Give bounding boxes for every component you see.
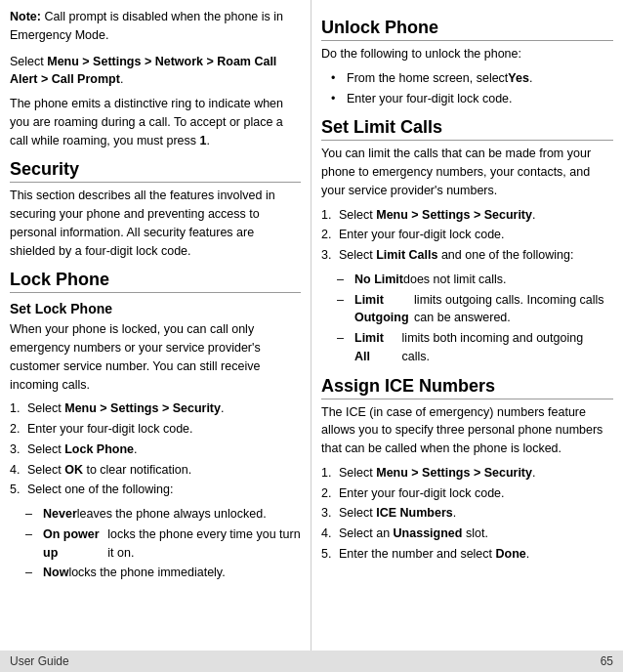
unlock-bullets: From the home screen, select Yes. Enter …: [321, 69, 613, 108]
list-item: Now locks the phone immediately.: [25, 564, 301, 582]
list-item: On power up locks the phone every time y…: [25, 525, 301, 563]
list-item: 3. Select Limit Calls and one of the fol…: [321, 246, 613, 265]
right-column: Unlock Phone Do the following to unlock …: [312, 0, 623, 672]
list-item: 4. Select an Unassigned slot.: [321, 525, 613, 543]
footer-bar: User Guide 65: [0, 651, 623, 672]
list-item: 2. Enter your four-digit lock code.: [10, 420, 301, 439]
ring-key: 1: [200, 134, 207, 147]
done-label: Done: [496, 547, 526, 561]
unlock-phone-heading: Unlock Phone: [321, 18, 613, 41]
security-heading: Security: [10, 159, 301, 183]
page-container: Note: Call prompt is disabled when the p…: [0, 0, 623, 672]
list-item: 4. Select OK to clear notification.: [10, 461, 301, 480]
list-item: No Limit does not limit calls.: [337, 271, 613, 289]
list-item: 5. Enter the number and select Done.: [321, 545, 613, 564]
list-item: Enter your four-digit lock code.: [331, 90, 613, 108]
no-limit-option: No Limit: [354, 271, 403, 289]
menu-security-path-2: Menu > Settings > Security: [376, 208, 532, 222]
unassigned-label: Unassigned: [394, 526, 463, 540]
ice-steps: 1. Select Menu > Settings > Security. 2.…: [321, 464, 613, 564]
set-lock-phone-subheading: Set Lock Phone: [10, 301, 301, 316]
unlock-description: Do the following to unlock the phone:: [321, 45, 613, 63]
select-instruction: Select Menu > Settings > Network > Roam …: [10, 53, 301, 90]
limit-calls-label: Limit Calls: [376, 248, 437, 262]
lock-phone-heading: Lock Phone: [10, 270, 301, 293]
on-power-up-option: On power up: [43, 525, 107, 563]
note-label: Note:: [10, 10, 41, 23]
set-limit-calls-heading: Set Limit Calls: [321, 117, 613, 141]
limit-calls-steps: 1. Select Menu > Settings > Security. 2.…: [321, 206, 613, 265]
footer-right: 65: [601, 654, 613, 668]
list-item: 1. Select Menu > Settings > Security.: [321, 206, 613, 225]
ice-numbers-label: ICE Numbers: [376, 506, 453, 520]
assign-ice-heading: Assign ICE Numbers: [321, 376, 613, 399]
ring-description: The phone emits a distinctive ring to in…: [10, 95, 301, 149]
left-column: Note: Call prompt is disabled when the p…: [0, 0, 312, 672]
note-paragraph: Note: Call prompt is disabled when the p…: [10, 8, 301, 45]
list-item: Limit All limits both incoming and outgo…: [337, 329, 613, 366]
limit-outgoing-option: Limit Outgoing: [354, 291, 414, 328]
list-item: 1. Select Menu > Settings > Security.: [10, 399, 301, 418]
ice-description: The ICE (in case of emergency) numbers f…: [321, 403, 613, 458]
list-item: 3. Select ICE Numbers.: [321, 504, 613, 523]
limit-all-option: Limit All: [354, 329, 402, 366]
lock-options-list: Never leaves the phone always unlocked. …: [10, 505, 301, 582]
limit-options-list: No Limit does not limit calls. Limit Out…: [321, 271, 613, 366]
list-item: From the home screen, select Yes.: [331, 69, 613, 88]
menu-security-path-3: Menu > Settings > Security: [376, 466, 532, 480]
never-option: Never: [43, 505, 77, 524]
yes-label: Yes: [508, 69, 529, 88]
list-item: 1. Select Menu > Settings > Security.: [321, 464, 613, 483]
list-item: Limit Outgoing limits outgoing calls. In…: [337, 291, 613, 328]
set-lock-steps: 1. Select Menu > Settings > Security. 2.…: [10, 399, 301, 499]
list-item: 2. Enter your four-digit lock code.: [321, 226, 613, 244]
menu-path: Menu > Settings > Network > Roam Call Al…: [10, 55, 276, 87]
set-lock-description: When your phone is locked, you can call …: [10, 320, 301, 394]
note-body: Call prompt is disabled when the phone i…: [10, 10, 283, 42]
now-option: Now: [43, 564, 68, 582]
list-item: 5. Select one of the following:: [10, 481, 301, 499]
lock-phone-label: Lock Phone: [64, 442, 134, 456]
footer-left: User Guide: [10, 654, 69, 668]
list-item: Never leaves the phone always unlocked.: [25, 505, 301, 524]
ok-label: OK: [64, 463, 83, 477]
list-item: 2. Enter your four-digit lock code.: [321, 484, 613, 503]
menu-security-path: Menu > Settings > Security: [64, 401, 221, 415]
security-description: This section describes all the features …: [10, 187, 301, 260]
list-item: 3. Select Lock Phone.: [10, 441, 301, 459]
limit-calls-description: You can limit the calls that can be made…: [321, 145, 613, 199]
